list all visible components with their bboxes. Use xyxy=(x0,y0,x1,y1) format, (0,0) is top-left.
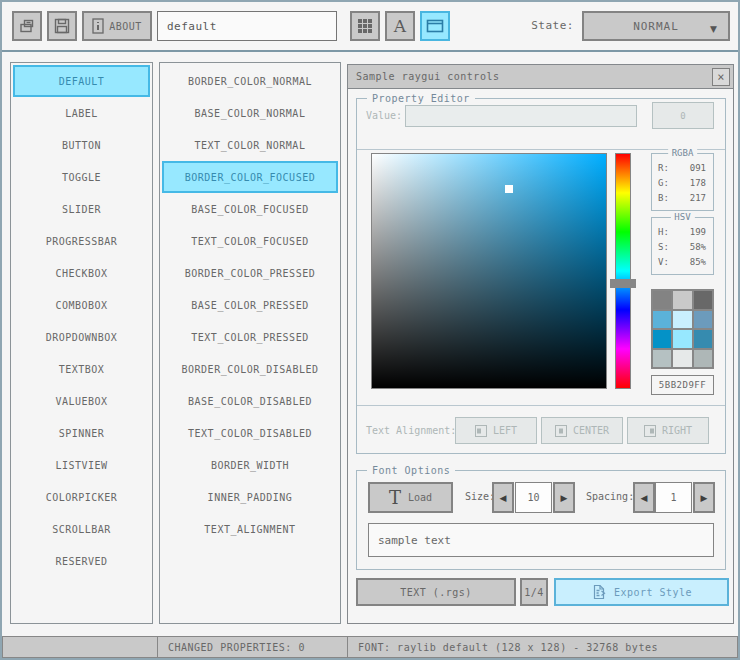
control-item[interactable]: TOGGLE xyxy=(13,161,150,193)
state-dropdown[interactable]: NORMAL ▼ xyxy=(582,11,730,41)
palette-swatch[interactable] xyxy=(653,330,671,348)
property-item[interactable]: BORDER_COLOR_DISABLED xyxy=(162,353,338,385)
property-item[interactable]: BORDER_COLOR_PRESSED xyxy=(162,257,338,289)
group-label: Property Editor xyxy=(367,93,475,104)
hue-slider-bar[interactable] xyxy=(615,153,631,389)
separator-line xyxy=(357,405,725,406)
align-right-button[interactable]: RIGHT xyxy=(627,417,709,444)
font-atlas-button[interactable]: A xyxy=(385,11,415,41)
hsv-row-v: V:85% xyxy=(658,255,713,270)
control-item[interactable]: SCROLLBAR xyxy=(13,513,150,545)
palette-swatch[interactable] xyxy=(673,291,691,309)
hex-color-value[interactable]: 5BB2D9FF xyxy=(651,375,714,395)
property-item-selected[interactable]: BORDER_COLOR_FOCUSED xyxy=(162,161,338,193)
save-file-button[interactable] xyxy=(47,11,77,41)
palette-swatch[interactable] xyxy=(694,350,712,368)
property-item[interactable]: TEXT_COLOR_NORMAL xyxy=(162,129,338,161)
control-item-default[interactable]: DEFAULT xyxy=(13,65,150,97)
control-item[interactable]: TEXTBOX xyxy=(13,353,150,385)
status-cell-empty xyxy=(2,636,158,658)
palette-swatch[interactable] xyxy=(673,330,691,348)
folder-open-icon xyxy=(18,17,36,35)
spacing-decrease-button[interactable]: ◀ xyxy=(633,482,655,513)
property-item[interactable]: INNER_PADDING xyxy=(162,481,338,513)
hsv-row-h: H:199 xyxy=(658,225,713,240)
control-item[interactable]: SLIDER xyxy=(13,193,150,225)
size-increase-button[interactable]: ▶ xyxy=(553,482,575,513)
control-item[interactable]: DROPDOWNBOX xyxy=(13,321,150,353)
control-item[interactable]: SPINNER xyxy=(13,417,150,449)
property-item[interactable]: TEXT_COLOR_FOCUSED xyxy=(162,225,338,257)
control-item[interactable]: COLORPICKER xyxy=(13,481,150,513)
palette-swatch[interactable] xyxy=(653,311,671,329)
property-item[interactable]: BORDER_COLOR_NORMAL xyxy=(162,65,338,97)
property-item[interactable]: BASE_COLOR_FOCUSED xyxy=(162,193,338,225)
value-input[interactable] xyxy=(405,105,637,127)
spacing-label: Spacing: xyxy=(586,491,634,502)
control-panel-toggle-button[interactable] xyxy=(420,11,450,41)
align-center-icon xyxy=(555,425,567,437)
export-format-button[interactable]: TEXT (.rgs) xyxy=(356,578,516,606)
info-icon xyxy=(92,18,104,34)
property-item[interactable]: TEXT_COLOR_PRESSED xyxy=(162,321,338,353)
state-value: NORMAL xyxy=(633,20,679,33)
palette-swatch[interactable] xyxy=(694,311,712,329)
palette-swatch[interactable] xyxy=(673,350,691,368)
about-button[interactable]: ABOUT xyxy=(82,11,152,41)
control-item[interactable]: LISTVIEW xyxy=(13,449,150,481)
size-decrease-button[interactable]: ◀ xyxy=(492,482,514,513)
arrow-right-icon: ▶ xyxy=(701,493,708,503)
style-table-button[interactable] xyxy=(350,11,380,41)
control-item[interactable]: COMBOBOX xyxy=(13,289,150,321)
size-value-box[interactable]: 10 xyxy=(515,482,552,513)
control-item[interactable]: RESERVED xyxy=(13,545,150,577)
hue-slider-handle[interactable] xyxy=(610,279,636,288)
group-label: HSV xyxy=(670,212,694,222)
close-button[interactable]: × xyxy=(712,68,730,86)
status-font-info: FONT: raylib default (128 x 128) - 32768… xyxy=(347,636,738,658)
open-file-button[interactable] xyxy=(12,11,42,41)
floppy-save-icon xyxy=(53,17,71,35)
palette-swatch[interactable] xyxy=(653,350,671,368)
palette-swatch[interactable] xyxy=(694,330,712,348)
align-left-button[interactable]: LEFT xyxy=(455,417,537,444)
style-name-input[interactable] xyxy=(157,11,337,41)
export-style-button[interactable]: Export Style xyxy=(554,578,729,606)
property-item[interactable]: TEXT_COLOR_DISABLED xyxy=(162,417,338,449)
toolbar-separator xyxy=(2,50,738,52)
style-color-palette xyxy=(651,289,714,369)
control-item[interactable]: PROGRESSBAR xyxy=(13,225,150,257)
align-right-icon xyxy=(644,425,656,437)
control-item[interactable]: BUTTON xyxy=(13,129,150,161)
palette-swatch[interactable] xyxy=(694,291,712,309)
rguistyler-app: ABOUT A State: NORMA xyxy=(0,0,740,660)
sample-controls-window: Sample raygui controls × Property Editor… xyxy=(347,64,734,624)
control-item[interactable]: LABEL xyxy=(13,97,150,129)
control-item[interactable]: VALUEBOX xyxy=(13,385,150,417)
hsv-row-s: S:58% xyxy=(658,240,713,255)
file-export-icon xyxy=(591,584,607,600)
property-item[interactable]: BASE_COLOR_PRESSED xyxy=(162,289,338,321)
spacing-value-box[interactable]: 1 xyxy=(655,482,692,513)
arrow-right-icon: ▶ xyxy=(561,493,568,503)
property-item[interactable]: BASE_COLOR_NORMAL xyxy=(162,97,338,129)
color-picker-gradient[interactable] xyxy=(371,153,607,389)
value-apply-button[interactable]: 0 xyxy=(652,102,714,129)
palette-swatch[interactable] xyxy=(653,291,671,309)
font-load-button[interactable]: T Load xyxy=(368,482,453,513)
property-item[interactable]: TEXT_ALIGNMENT xyxy=(162,513,338,545)
control-item[interactable]: CHECKBOX xyxy=(13,257,150,289)
color-picker-marker[interactable] xyxy=(505,185,513,193)
rgba-row-g: G:178 xyxy=(658,176,713,191)
text-t-icon: T xyxy=(389,489,401,507)
sample-text-box[interactable]: sample text xyxy=(368,523,714,557)
hsv-group: HSV H:199 S:58% V:85% xyxy=(651,217,714,275)
property-item[interactable]: BASE_COLOR_DISABLED xyxy=(162,385,338,417)
spacing-increase-button[interactable]: ▶ xyxy=(693,482,715,513)
chevron-down-icon: ▼ xyxy=(710,24,718,34)
palette-swatch[interactable] xyxy=(673,311,691,329)
format-pager-button[interactable]: 1/4 xyxy=(520,578,548,606)
state-label: State: xyxy=(524,19,574,32)
property-item[interactable]: BORDER_WIDTH xyxy=(162,449,338,481)
align-center-button[interactable]: CENTER xyxy=(541,417,623,444)
